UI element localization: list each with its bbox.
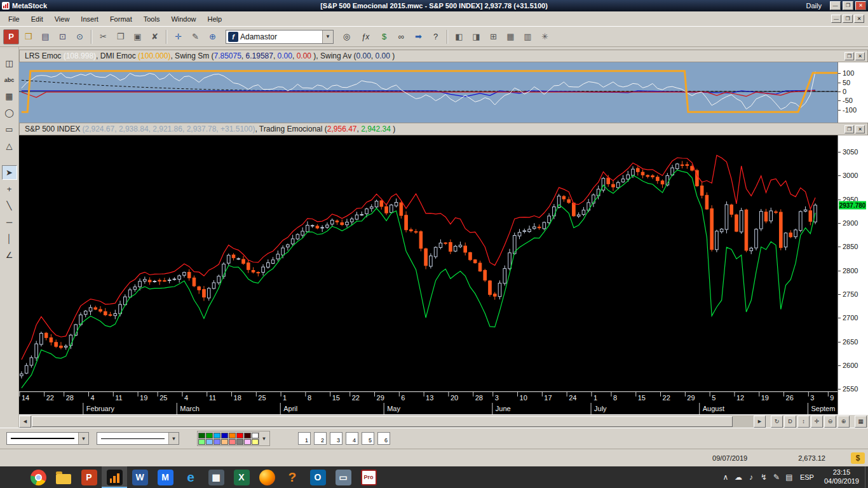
menu-file[interactable]: File [3, 13, 25, 25]
fit-price-button[interactable]: ↕ [797, 416, 810, 428]
chevron-down-icon[interactable]: ▼ [322, 30, 333, 43]
layout-quad-button[interactable]: ⊞ [485, 29, 501, 44]
color-swatch[interactable] [252, 433, 259, 438]
taskbar-notes[interactable]: ▭ [330, 466, 356, 488]
chevron-down-icon[interactable]: ▼ [78, 433, 88, 444]
layout-grid-button[interactable]: ▦ [503, 29, 519, 44]
minimize-button[interactable]: — [830, 1, 841, 10]
show-desktop-button[interactable] [865, 466, 868, 488]
color-swatch[interactable] [206, 433, 213, 438]
pointer-tool[interactable]: ➤ [2, 165, 17, 180]
mdi-close-button[interactable]: ✕ [854, 15, 864, 23]
taskbar-help[interactable]: ? [280, 466, 305, 488]
main-panel-header[interactable]: S&P 500 INDEX (2,924.67, 2,938.84, 2,921… [19, 123, 868, 135]
menu-view[interactable]: View [49, 13, 76, 25]
zoom-in-tool-button[interactable]: ⊕ [205, 29, 220, 44]
taskbar-firefox[interactable] [254, 466, 280, 488]
chart-layout-button-1[interactable]: 1 [298, 432, 311, 445]
scrollbar-track[interactable] [31, 416, 754, 428]
menu-window[interactable]: Window [165, 13, 201, 25]
menu-edit[interactable]: Edit [25, 13, 49, 25]
pane-split-tool[interactable]: ◫ [2, 56, 17, 71]
taskbar-word[interactable]: W [127, 466, 153, 488]
scroll-right-button[interactable]: ► [754, 416, 766, 428]
periodicity-daily-button[interactable]: D [784, 416, 796, 428]
scroll-tool-button[interactable]: ✛ [170, 29, 186, 44]
power-console-button[interactable]: P [3, 29, 19, 44]
layout-two-pane-button[interactable]: ◧ [451, 29, 467, 44]
power-icon[interactable]: ↯ [757, 473, 770, 482]
taskbar-metastock[interactable] [102, 466, 127, 488]
rectangle-tool[interactable]: ▭ [2, 122, 17, 137]
pen-icon[interactable]: ✎ [770, 473, 783, 482]
delete-button[interactable]: ✘ [147, 29, 163, 44]
color-swatch[interactable] [244, 433, 251, 438]
layout-corner-button[interactable]: ▦ [855, 416, 867, 428]
chevron-down-icon[interactable]: ▼ [259, 432, 269, 445]
menu-insert[interactable]: Insert [75, 13, 104, 25]
cut-button[interactable]: ✂ [95, 29, 111, 44]
color-swatch[interactable] [229, 439, 236, 445]
taskbar-clock[interactable]: 23:15 04/09/2019 [818, 468, 865, 486]
color-swatch[interactable] [236, 433, 243, 438]
zoom-button[interactable]: ⊙ [72, 29, 88, 44]
chart-layout-button-2[interactable]: 2 [314, 432, 327, 445]
scroll-left-button[interactable]: ◄ [19, 416, 31, 428]
copy-button[interactable]: ❐ [112, 29, 128, 44]
dollar-button[interactable]: $ [376, 29, 392, 44]
indicator-chart[interactable] [19, 62, 837, 123]
go-arrow-button[interactable]: ➡ [410, 29, 426, 44]
pan-button[interactable]: ✛ [811, 416, 823, 428]
color-swatch[interactable] [244, 439, 251, 445]
color-swatch[interactable] [198, 439, 205, 445]
paste-button[interactable]: ▣ [130, 29, 146, 44]
start-button[interactable] [0, 466, 25, 488]
indicator-panel-header[interactable]: LRS Emoc (108.998), DMI Emoc (100.000), … [19, 50, 868, 62]
crosshair-tool[interactable]: + [2, 182, 17, 196]
taskbar-app-m[interactable]: M [153, 466, 178, 488]
taskbar-chrome[interactable] [25, 466, 51, 488]
chart-layout-button-3[interactable]: 3 [330, 432, 342, 445]
color-swatch[interactable] [252, 439, 259, 445]
vertical-line-tool[interactable]: │ [2, 231, 17, 246]
triangle-tool[interactable]: △ [2, 139, 17, 153]
ellipse-tool[interactable]: ◯ [2, 105, 17, 120]
price-chart[interactable] [19, 135, 837, 391]
trendline-tool[interactable]: ╲ [2, 198, 17, 213]
restore-button[interactable]: ❐ [843, 1, 853, 10]
language-indicator[interactable]: ESP [796, 473, 818, 481]
help-button[interactable]: ? [428, 29, 444, 44]
taskbar-pro[interactable]: Pro [356, 466, 381, 488]
close-button[interactable]: ✕ [855, 1, 866, 10]
color-swatch[interactable] [214, 433, 220, 438]
taskbar-internet-explorer[interactable]: e [178, 466, 203, 488]
grid-tool[interactable]: ▦ [2, 89, 17, 104]
volume-icon[interactable]: ♪ [745, 473, 757, 482]
main-restore-button[interactable]: ❐ [844, 125, 854, 133]
taskbar-calculator[interactable]: ▦ [203, 466, 229, 488]
layout-rows-button[interactable]: ▥ [520, 29, 536, 44]
open-chart-button[interactable]: ❒ [20, 29, 36, 44]
color-swatch[interactable] [206, 439, 213, 445]
color-palette[interactable]: ▼ [197, 431, 270, 446]
chart-layout-button-4[interactable]: 4 [346, 432, 358, 445]
scrollbar-thumb[interactable] [32, 416, 733, 427]
taskbar-outlook[interactable]: O [305, 466, 330, 488]
angle-tool[interactable]: ∠ [2, 248, 17, 262]
symbol-combo[interactable]: fAdamastor▼ [226, 30, 334, 44]
taskbar-excel[interactable]: X [229, 466, 254, 488]
indicator-close-button[interactable]: ✕ [855, 52, 865, 60]
menu-format[interactable]: Format [104, 13, 138, 25]
layout-h-pane-button[interactable]: ◨ [468, 29, 484, 44]
mdi-minimize-button[interactable]: — [831, 15, 841, 23]
line-weight-combo[interactable]: ▼ [97, 432, 179, 445]
taskbar-file-explorer[interactable] [51, 466, 76, 488]
chevron-down-icon[interactable]: ▼ [168, 433, 179, 444]
print-preview-button[interactable]: ⊡ [55, 29, 71, 44]
pointer-tool-button[interactable]: ✎ [187, 29, 203, 44]
text-note-tool[interactable]: abc [2, 72, 17, 87]
zoom-out-button[interactable]: ⊖ [824, 416, 836, 428]
cloud-icon[interactable]: ☁ [732, 473, 745, 482]
zoom-in-button[interactable]: ⊕ [837, 416, 850, 428]
explorer-button[interactable]: ∞ [393, 29, 409, 44]
